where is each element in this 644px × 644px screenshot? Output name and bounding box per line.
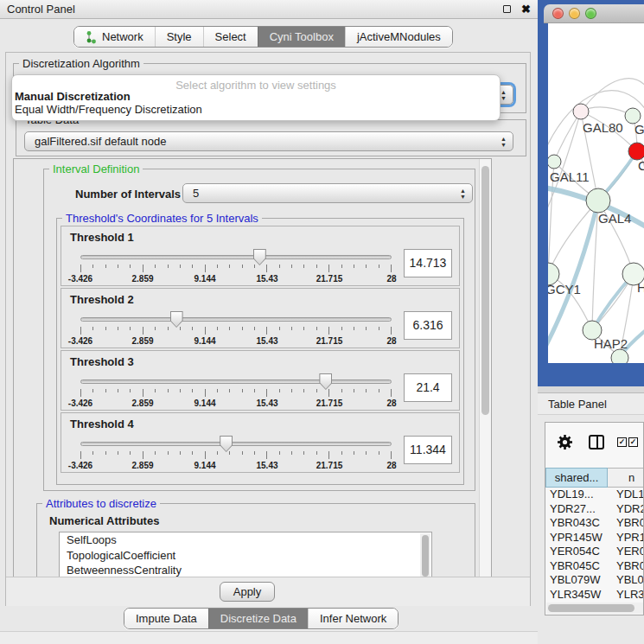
float-window-icon[interactable]: [503, 5, 511, 13]
table-row[interactable]: YLR345W YLR3: [545, 588, 644, 603]
vertical-scrollbar[interactable]: [479, 159, 491, 584]
table-row[interactable]: YDL19... YDL1: [545, 488, 644, 502]
tick-label: 9.144: [194, 461, 215, 470]
slider-track[interactable]: [80, 442, 392, 446]
tick-label: 15.43: [256, 274, 277, 284]
right-region: GAL80GACGAL11GAL4GCY1HHAP2 Table Panel: [538, 0, 644, 644]
tab-label: Infer Network: [320, 612, 386, 625]
tab-impute-data[interactable]: Impute Data: [124, 609, 208, 628]
algorithm-dropdown-popup: Select algorithm to view settings Manual…: [11, 74, 501, 121]
network-node[interactable]: [573, 104, 589, 119]
tick-label: 28: [386, 336, 396, 346]
tab-cyni-toolbox[interactable]: Cyni Toolbox: [258, 27, 345, 47]
settings-scroll-area: Interval Definition Number of Intervals …: [13, 158, 492, 585]
tab-style[interactable]: Style: [155, 27, 203, 47]
network-graph[interactable]: GAL80GACGAL11GAL4GCY1HHAP2: [548, 23, 644, 363]
slider-thumb[interactable]: [253, 249, 266, 265]
number-of-intervals-combobox[interactable]: 5 ▲▼: [182, 183, 473, 203]
slider-thumb[interactable]: [170, 311, 183, 328]
horizontal-scrollbar[interactable]: [546, 603, 643, 614]
numerical-attributes-label: Numerical Attributes: [49, 514, 159, 527]
tab-discretize-data[interactable]: Discretize Data: [208, 609, 308, 628]
slider-track[interactable]: [80, 255, 392, 259]
table-data-combobox[interactable]: galFiltered.sif default node ▲▼: [24, 131, 513, 151]
dropdown-prompt: Select algorithm to view settings: [12, 75, 500, 90]
network-node[interactable]: [628, 143, 644, 160]
number-of-intervals-label: Number of Intervals: [75, 188, 181, 201]
network-node[interactable]: [548, 155, 561, 169]
tick-label: 28: [386, 461, 396, 470]
slider-track[interactable]: [80, 379, 392, 384]
panel-title: Control Panel: [7, 3, 75, 16]
table-toolbar: ✓✓: [545, 423, 643, 461]
threshold-value-box[interactable]: 6.316: [404, 311, 452, 340]
tab-jactivemnodules[interactable]: jActiveMNodules: [345, 27, 452, 47]
threshold-slider[interactable]: -3.4262.8599.14415.4321.71528: [80, 311, 392, 349]
top-tab-bar: NetworkStyleSelectCyni ToolboxjActiveMNo…: [73, 26, 453, 48]
cell-shared-name: YBL079W: [545, 573, 608, 588]
threshold-value-box[interactable]: 11.344: [404, 436, 452, 464]
table-panel-title: Table Panel: [548, 398, 607, 411]
tab-network[interactable]: Network: [74, 27, 155, 47]
close-icon[interactable]: ✖: [521, 3, 531, 15]
scrollbar-thumb[interactable]: [481, 166, 489, 415]
slider-thumb[interactable]: [220, 436, 233, 452]
threshold-value-box[interactable]: 21.4: [404, 373, 452, 402]
combo-value: 5: [193, 187, 199, 200]
tab-select[interactable]: Select: [203, 27, 258, 47]
table-row[interactable]: YBR043C YBR0: [545, 516, 644, 531]
apply-bar: Apply: [6, 577, 530, 606]
popup-item-manual-discretization[interactable]: Manual Discretization: [12, 90, 500, 103]
threshold-label: Threshold 3: [70, 355, 134, 368]
stepper-icon: ▲▼: [501, 89, 507, 101]
node-label: GAL11: [550, 169, 590, 184]
slider-track[interactable]: [80, 317, 392, 322]
attribute-item[interactable]: TopologicalCoefficient: [60, 548, 431, 564]
column-header-shared-name[interactable]: shared...: [545, 468, 608, 488]
tab-infer-network[interactable]: Infer Network: [308, 609, 398, 628]
table-row[interactable]: YER054C YER0: [545, 545, 644, 559]
threshold-slider[interactable]: -3.4262.8599.14415.4321.71528: [80, 249, 392, 287]
tab-label: Cyni Toolbox: [270, 30, 334, 43]
group-title: Interval Definition: [49, 163, 143, 175]
threshold-slider[interactable]: -3.4262.8599.14415.4321.71528: [80, 373, 392, 411]
table-row[interactable]: YBR045C YBR0: [545, 559, 644, 574]
apply-button[interactable]: Apply: [220, 582, 275, 602]
node-label: GCY1: [548, 282, 581, 296]
tick-label: 21.715: [316, 461, 343, 470]
network-node[interactable]: [586, 188, 610, 213]
table-row[interactable]: YDR27... YDR2: [545, 502, 644, 517]
slider-thumb[interactable]: [319, 373, 332, 390]
cyni-toolbox-content: Discretization Algorithm ▲▼ Select algor…: [5, 52, 531, 606]
attribute-item[interactable]: BetweennessCentrality: [60, 563, 431, 578]
tick-label: -3.426: [68, 399, 92, 408]
attribute-item[interactable]: SelfLoops: [60, 532, 431, 548]
cell-shared-name: YDR27...: [545, 502, 608, 517]
slider-ticks: [80, 389, 392, 398]
gear-icon[interactable]: [557, 434, 573, 450]
tick-label: 21.715: [316, 336, 343, 346]
tab-label: Impute Data: [136, 612, 197, 625]
split-view-icon[interactable]: [589, 435, 604, 450]
popup-item-equal-width-frequency-discretization[interactable]: Equal Width/Frequency Discretization: [12, 103, 500, 116]
threshold-value-box[interactable]: 14.713: [404, 249, 452, 277]
threshold-slider[interactable]: -3.4262.8599.14415.4321.71528: [80, 436, 392, 474]
tick-label: 15.43: [256, 399, 277, 408]
threshold-panel-4: Threshold 4 -3.4262.8599.14415.4321.7152…: [61, 412, 460, 473]
tick-label: 15.43: [256, 336, 277, 346]
zoom-traffic-light[interactable]: [585, 8, 596, 19]
scrollbar-thumb[interactable]: [548, 604, 634, 612]
column-header-name[interactable]: n: [608, 468, 644, 488]
tab-label: jActiveMNodules: [357, 30, 441, 43]
network-node[interactable]: [611, 349, 628, 363]
table-row[interactable]: YBL079W YBL0: [545, 573, 644, 588]
column-select-icon[interactable]: ✓✓: [617, 437, 640, 447]
close-traffic-light[interactable]: [552, 8, 564, 19]
node-label: H: [637, 280, 644, 295]
network-canvas[interactable]: GAL80GACGAL11GAL4GCY1HHAP2: [548, 23, 644, 363]
list-scrollbar[interactable]: [420, 533, 430, 578]
attributes-list[interactable]: SelfLoopsTopologicalCoefficientBetweenne…: [59, 532, 432, 580]
minimize-traffic-light[interactable]: [569, 8, 580, 19]
table-row[interactable]: YPR145W YPR1: [545, 531, 644, 545]
cell-name: YBR0: [608, 516, 644, 531]
